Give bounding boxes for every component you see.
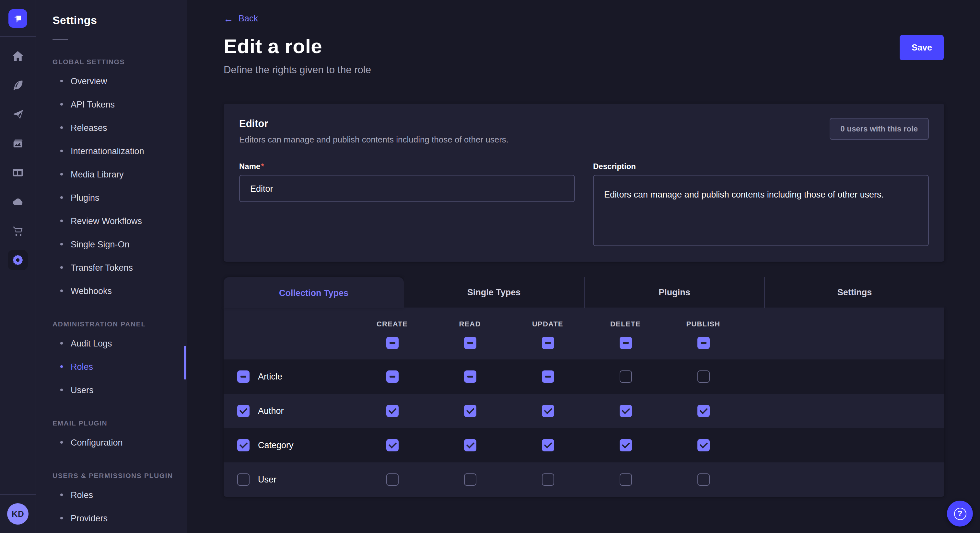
sidebar-item-webhooks[interactable]: Webhooks — [52, 279, 187, 303]
select-all-read-checkbox[interactable] — [464, 337, 476, 349]
sidebar-item-single-sign-on[interactable]: Single Sign-On — [52, 233, 187, 256]
column-header-delete: DELETE — [587, 320, 664, 328]
section-label: ADMINISTRATION PANEL — [52, 320, 187, 328]
sidebar-item-review-workflows[interactable]: Review Workflows — [52, 209, 187, 233]
permission-article-publish-checkbox[interactable] — [697, 370, 710, 383]
description-textarea[interactable]: Editors can manage and publish contents … — [593, 175, 929, 246]
tab-settings[interactable]: Settings — [764, 277, 944, 308]
rail-cloud-icon[interactable] — [8, 192, 28, 212]
tab-collection-types[interactable]: Collection Types — [224, 277, 404, 308]
sidebar-item-configuration[interactable]: Configuration — [52, 431, 187, 454]
select-row-author-checkbox[interactable] — [237, 405, 250, 417]
sidebar-item-providers[interactable]: Providers — [52, 506, 187, 530]
rail-home-icon[interactable] — [8, 46, 28, 66]
sidebar-item-overview[interactable]: Overview — [52, 69, 187, 93]
checkbox-cell — [587, 337, 664, 349]
permission-user-delete-checkbox[interactable] — [619, 473, 632, 486]
rail-gear-icon[interactable] — [8, 250, 28, 270]
select-all-update-checkbox[interactable] — [541, 337, 554, 349]
row-lead: Article — [224, 370, 353, 383]
sidebar-item-label: Configuration — [71, 438, 123, 447]
checkbox-cell — [431, 439, 509, 451]
permission-article-create-checkbox[interactable] — [386, 370, 398, 383]
rail-feather-pen-icon[interactable] — [8, 75, 28, 95]
rail-layout-card-icon[interactable] — [8, 163, 28, 182]
sidebar-item-transfer-tokens[interactable]: Transfer Tokens — [52, 256, 187, 279]
permission-author-update-checkbox[interactable] — [541, 405, 554, 417]
sidebar-item-plugins[interactable]: Plugins — [52, 186, 187, 209]
sidebar-item-internationalization[interactable]: Internationalization — [52, 139, 187, 163]
permission-category-publish-checkbox[interactable] — [697, 439, 710, 451]
back-link[interactable]: ← Back — [224, 14, 258, 23]
checkbox-cell — [664, 405, 742, 417]
select-row-article-checkbox[interactable] — [237, 370, 250, 383]
bullet-dot — [60, 365, 63, 368]
required-asterisk: * — [261, 162, 264, 171]
select-all-publish-checkbox[interactable] — [697, 337, 710, 349]
section-label: GLOBAL SETTINGS — [52, 58, 187, 65]
permission-category-delete-checkbox[interactable] — [619, 439, 632, 451]
section-label: EMAIL PLUGIN — [52, 419, 187, 427]
rail-paper-plane-icon[interactable] — [8, 104, 28, 124]
permission-article-update-checkbox[interactable] — [541, 370, 554, 383]
description-label: Description — [593, 162, 929, 171]
sidebar-item-media-library[interactable]: Media Library — [52, 163, 187, 186]
select-all-create-checkbox[interactable] — [386, 337, 398, 349]
permission-author-create-checkbox[interactable] — [386, 405, 398, 417]
bullet-dot — [60, 342, 63, 344]
main-content: ← Back Edit a role Define the rights giv… — [187, 0, 980, 533]
back-arrow-icon: ← — [224, 14, 233, 23]
bullet-dot — [60, 219, 63, 222]
sidebar-item-api-tokens[interactable]: API Tokens — [52, 93, 187, 116]
select-all-delete-checkbox[interactable] — [619, 337, 632, 349]
sidebar-item-audit-logs[interactable]: Audit Logs — [52, 332, 187, 355]
permission-article-read-checkbox[interactable] — [464, 370, 476, 383]
permission-user-read-checkbox[interactable] — [464, 473, 476, 486]
tab-single-types[interactable]: Single Types — [404, 277, 584, 308]
help-button[interactable]: ? — [947, 501, 973, 527]
sidebar-item-label: Review Workflows — [71, 216, 142, 226]
permission-category-update-checkbox[interactable] — [541, 439, 554, 451]
sidebar-item-roles[interactable]: Roles — [52, 483, 187, 506]
strapi-logo[interactable] — [8, 9, 27, 28]
select-row-category-checkbox[interactable] — [237, 439, 250, 451]
sidebar-item-users[interactable]: Users — [52, 378, 187, 401]
select-row-user-checkbox[interactable] — [237, 473, 250, 486]
tab-plugins[interactable]: Plugins — [584, 277, 764, 308]
permission-category-create-checkbox[interactable] — [386, 439, 398, 451]
permission-author-read-checkbox[interactable] — [464, 405, 476, 417]
permission-user-update-checkbox[interactable] — [541, 473, 554, 486]
checkbox-cell — [509, 405, 587, 417]
cart-icon — [12, 225, 24, 237]
permission-row-author: Author — [224, 394, 944, 428]
title-divider — [52, 39, 68, 40]
sidebar-scrollbar-thumb[interactable] — [184, 346, 186, 379]
sidebar-item-releases[interactable]: Releases — [52, 116, 187, 139]
column-header-create: CREATE — [353, 320, 431, 328]
sidebar-item-label: Audit Logs — [71, 338, 112, 348]
checkbox-cell — [587, 473, 664, 486]
sidebar-item-label: Overview — [71, 76, 107, 86]
rail-media-images-icon[interactable] — [8, 133, 28, 154]
permission-user-create-checkbox[interactable] — [386, 473, 398, 486]
save-button[interactable]: Save — [900, 35, 944, 60]
bullet-dot — [60, 389, 63, 391]
checkbox-cell — [664, 473, 742, 486]
avatar[interactable]: KD — [7, 503, 29, 525]
sidebar-item-roles[interactable]: Roles — [52, 355, 187, 378]
name-input[interactable] — [239, 175, 575, 202]
strapi-admin-window: KD Settings GLOBAL SETTINGSOverviewAPI T… — [0, 0, 980, 533]
checkbox-cell — [431, 370, 509, 383]
rail-cart-icon[interactable] — [8, 221, 28, 241]
permissions-tabbar: Collection TypesSingle TypesPluginsSetti… — [224, 277, 944, 308]
checkbox-cell — [587, 405, 664, 417]
permission-user-publish-checkbox[interactable] — [697, 473, 710, 486]
permission-article-delete-checkbox[interactable] — [619, 370, 632, 383]
checkbox-cell — [431, 473, 509, 486]
permission-category-read-checkbox[interactable] — [464, 439, 476, 451]
permission-author-delete-checkbox[interactable] — [619, 405, 632, 417]
back-label: Back — [239, 14, 258, 23]
content-type-name: User — [258, 475, 277, 484]
permission-author-publish-checkbox[interactable] — [697, 405, 710, 417]
users-with-role-button[interactable]: 0 users with this role — [829, 118, 929, 140]
